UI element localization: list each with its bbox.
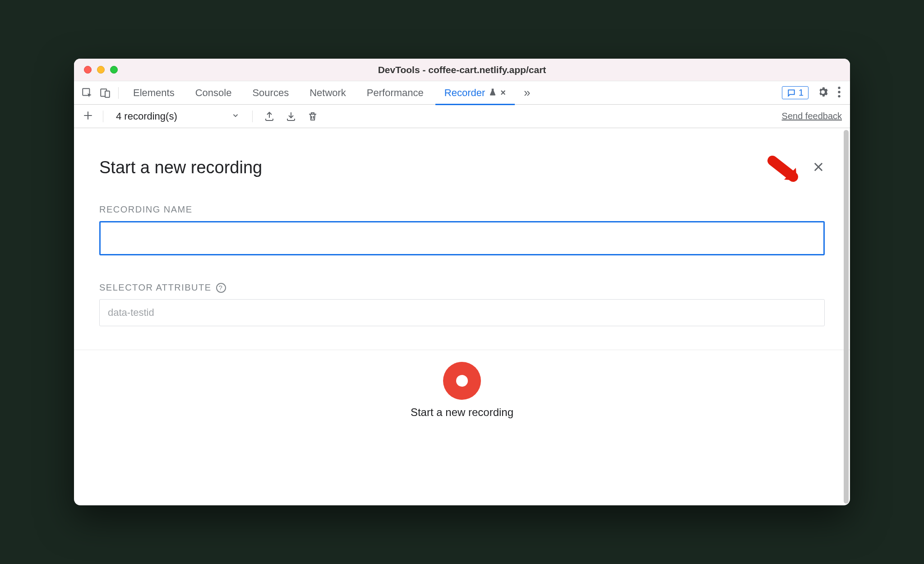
form-section: RECORDING NAME SELECTOR ATTRIBUTE ? (74, 204, 850, 326)
send-feedback-link[interactable]: Send feedback (782, 111, 842, 121)
help-icon[interactable]: ? (216, 283, 226, 293)
recordings-count-label: 4 recording(s) (116, 111, 177, 122)
svg-rect-2 (105, 91, 110, 97)
vertical-scrollbar[interactable] (844, 130, 849, 504)
issues-count: 1 (799, 88, 804, 98)
titlebar: DevTools - coffee-cart.netlify.app/cart (74, 59, 850, 81)
chat-icon (787, 88, 796, 97)
recorder-toolbar: 4 recording(s) Send feedback (74, 105, 850, 128)
devtools-window: DevTools - coffee-cart.netlify.app/cart … (74, 59, 850, 505)
panel-header: Start a new recording (74, 128, 850, 177)
tab-console[interactable]: Console (186, 81, 241, 105)
recording-name-input[interactable] (99, 221, 825, 255)
divider (103, 111, 103, 122)
close-window-button[interactable] (84, 66, 92, 74)
close-panel-icon[interactable] (812, 161, 825, 175)
import-icon[interactable] (283, 109, 299, 124)
tabbar-right: 1 (782, 86, 845, 100)
recording-name-label: RECORDING NAME (99, 204, 825, 215)
flask-icon (489, 87, 497, 99)
svg-point-3 (838, 86, 840, 88)
more-menu-icon[interactable] (837, 86, 841, 100)
devtools-tabbar: Elements Console Sources Network Perform… (74, 81, 850, 105)
inspect-element-icon[interactable] (79, 85, 95, 101)
record-dot-icon (456, 375, 468, 387)
maximize-window-button[interactable] (110, 66, 118, 74)
minimize-window-button[interactable] (97, 66, 105, 74)
svg-point-5 (838, 95, 840, 97)
tab-sources[interactable]: Sources (243, 81, 298, 105)
selector-attribute-label: SELECTOR ATTRIBUTE ? (99, 282, 825, 293)
tab-elements[interactable]: Elements (124, 81, 184, 105)
tab-performance[interactable]: Performance (358, 81, 433, 105)
issues-button[interactable]: 1 (782, 86, 808, 99)
device-toggle-icon[interactable] (97, 85, 113, 101)
recordings-dropdown[interactable]: 4 recording(s) (112, 111, 243, 122)
more-tabs-icon[interactable]: » (517, 86, 536, 100)
close-tab-icon[interactable]: × (500, 88, 506, 98)
divider (118, 87, 119, 99)
window-title: DevTools - coffee-cart.netlify.app/cart (74, 65, 850, 75)
panel-title: Start a new recording (99, 158, 262, 177)
divider (252, 111, 253, 122)
selector-attribute-input[interactable] (99, 299, 825, 326)
start-recording-label: Start a new recording (411, 406, 513, 419)
delete-icon[interactable] (305, 109, 320, 124)
svg-point-4 (838, 91, 840, 93)
recorder-panel: Start a new recording RECORDING NAME SEL… (74, 128, 850, 505)
export-icon[interactable] (262, 109, 277, 124)
settings-icon[interactable] (817, 86, 829, 100)
start-recording-button[interactable] (443, 362, 481, 400)
chevron-down-icon (231, 111, 240, 122)
record-area: Start a new recording (74, 350, 850, 419)
tab-network[interactable]: Network (300, 81, 355, 105)
new-recording-icon[interactable] (82, 110, 94, 123)
tab-recorder[interactable]: Recorder × (435, 81, 515, 105)
window-controls (74, 66, 118, 74)
